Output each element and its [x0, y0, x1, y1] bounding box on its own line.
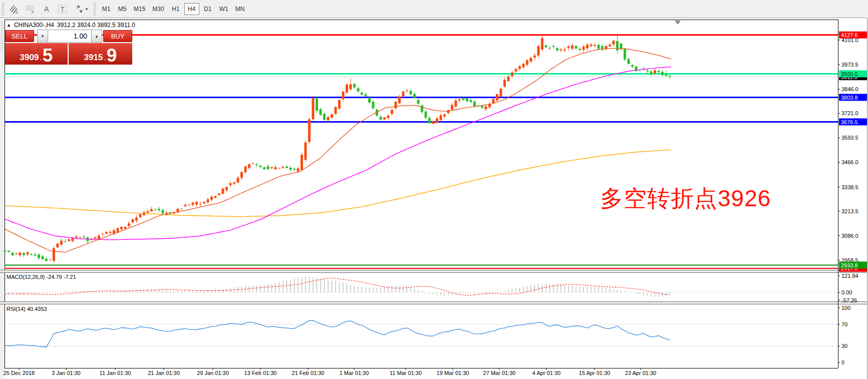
sell-price-frac: 5 [43, 48, 53, 63]
sell-price-dot: . [40, 54, 42, 62]
rsi-tick-label: 0 [841, 359, 844, 365]
chart-title-bar: ▲ CHINA300-,H4 3912.2 3924.0 3892.5 3911… [7, 21, 135, 29]
time-axis-label: 21 Jan 01:30 [148, 370, 180, 376]
timeframe-bar: M1M5M15M30H1H4D1W1MN [98, 3, 248, 15]
time-axis-label: 1 Mar 01:30 [340, 370, 369, 376]
timeframe-d1[interactable]: D1 [200, 3, 215, 15]
rsi-tick-label: 100 [841, 305, 850, 311]
time-axis-label: 3 Jan 01:30 [52, 370, 81, 376]
text-icon: A [44, 5, 49, 13]
timeframe-h1[interactable]: H1 [168, 3, 183, 15]
time-axis-label: 11 Mar 01:30 [390, 370, 422, 376]
chart-symbol-period: CHINA300-,H4 [14, 22, 54, 29]
price-tick-label: 3086.0 [841, 233, 858, 239]
arrows-icon [75, 4, 85, 14]
price-flag-label: 4127.6 [841, 32, 858, 38]
buy-price-int: 3915 [84, 53, 103, 62]
volume-increase-button[interactable]: ▲ [91, 30, 102, 43]
toolbar-grip-2[interactable] [94, 3, 96, 16]
sell-price-panel[interactable]: 3909.5 [5, 43, 68, 65]
macd-tick-label: -57.26 [841, 297, 857, 303]
time-axis-label: 15 Apr 01:30 [579, 370, 610, 376]
one-click-trading-panel: SELL ▼ 1.00 ▲ BUY 3909.5 3915.9 [5, 29, 132, 65]
price-tick-label: 3846.0 [841, 86, 858, 92]
time-axis-label: 27 Mar 01:30 [483, 370, 516, 376]
svg-text:F: F [32, 10, 34, 15]
text-tool-button[interactable]: A [39, 3, 54, 16]
time-axis-label: 13 Feb 01:30 [244, 370, 277, 376]
rsi-tick-label: 70 [841, 321, 847, 327]
collapse-arrow-icon[interactable]: ▲ [7, 23, 11, 28]
svg-text:T: T [61, 6, 65, 13]
time-axis-label: 21 Feb 01:30 [292, 370, 325, 376]
time-axis-label: 11 Jan 01:30 [100, 370, 131, 376]
text-label-icon: T [57, 4, 68, 15]
buy-price-dot: . [104, 54, 106, 62]
timeframe-m15[interactable]: M15 [131, 3, 148, 15]
time-axis-label: 23 Apr 01:30 [625, 370, 656, 376]
channels-tool-button[interactable]: E [7, 3, 22, 16]
buy-price-panel[interactable]: 3915.9 [69, 43, 132, 65]
timeframe-m1[interactable]: M1 [99, 3, 114, 15]
arrows-dropdown-caret[interactable]: ▾ [86, 7, 88, 12]
fibonacci-tool-button[interactable]: F [23, 3, 38, 16]
toolbar-grip[interactable] [2, 3, 5, 16]
time-axis-label: 25 Dec 2018 [4, 370, 35, 376]
channels-icon: E [9, 4, 20, 15]
timeframe-mn[interactable]: MN [232, 3, 248, 15]
sell-price-int: 3909 [20, 53, 39, 62]
time-axis[interactable]: 25 Dec 20183 Jan 01:3011 Jan 01:3021 Jan… [0, 368, 868, 379]
volume-decrease-button[interactable]: ▼ [37, 30, 48, 43]
rsi-tick-label: 30 [841, 343, 847, 349]
time-axis-label: 19 Mar 01:30 [437, 370, 469, 376]
timeframe-m30[interactable]: M30 [149, 3, 167, 15]
timeframe-h4[interactable]: H4 [184, 3, 199, 15]
chart-annotation-text: 多空转折点3926 [600, 183, 771, 214]
timeframe-w1[interactable]: W1 [216, 3, 231, 15]
arrows-tool-button[interactable]: ▾ [71, 3, 91, 16]
chart-ohlc-readout: 3912.2 3924.0 3892.5 3911.0 [57, 22, 135, 29]
timeframe-m5[interactable]: M5 [115, 3, 130, 15]
price-flag-label: 3676.5 [841, 119, 858, 125]
rsi-indicator-label: RSI(14) 40.4353 [7, 306, 47, 312]
macd-indicator-label: MACD(12,26,9) -24.79 -7.21 [7, 274, 76, 280]
text-label-tool-button[interactable]: T [55, 3, 70, 16]
time-axis-label: 29 Jan 01:30 [197, 370, 229, 376]
price-tick-label: 3466.0 [841, 159, 858, 165]
price-tick-label: 3338.5 [841, 184, 858, 190]
price-flag-label: 3926.0 [841, 71, 858, 77]
price-tick-label: 3593.5 [841, 135, 858, 141]
sell-button[interactable]: SELL [5, 30, 34, 42]
fibonacci-icon: F [25, 4, 36, 15]
volume-input[interactable]: 1.00 [48, 30, 91, 43]
price-flag-label: 3803.8 [841, 95, 858, 101]
buy-price-frac: 9 [107, 48, 117, 63]
price-flag-label: 2933.8 [841, 262, 858, 268]
price-tick-label: 3213.5 [841, 208, 858, 214]
price-tick-label: 3973.5 [841, 62, 858, 68]
top-toolbar: E F A T ▾ M1M5M15M30H1H4D1W1MN [0, 0, 868, 18]
macd-tick-label: 121.84 [841, 273, 858, 279]
svg-text:E: E [16, 10, 18, 15]
price-tick-label: 3721.0 [841, 110, 858, 116]
buy-button[interactable]: BUY [103, 30, 132, 42]
macd-tick-label: 0.00 [841, 289, 852, 295]
time-axis-label: 4 Apr 01:30 [532, 370, 560, 376]
